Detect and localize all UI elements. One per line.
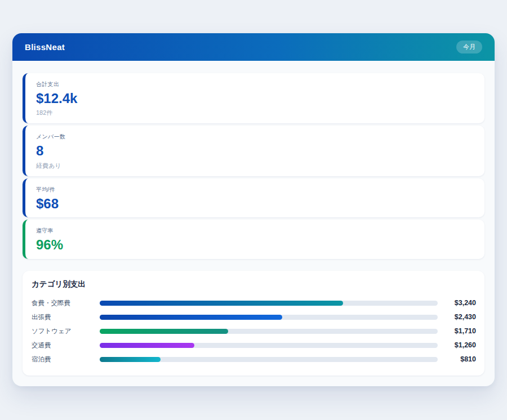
category-row: ソフトウェア $1,710 [32, 324, 476, 338]
category-value: $1,260 [443, 341, 476, 349]
category-row: 交通費 $1,260 [32, 338, 476, 352]
category-value: $3,240 [443, 299, 476, 307]
bar-track [100, 329, 438, 334]
app-title: BlissNeat [25, 42, 65, 52]
bar-track [100, 357, 438, 362]
category-value: $2,430 [443, 313, 476, 321]
stat-value: $12.4k [36, 91, 474, 106]
bar-track [100, 343, 438, 348]
category-label: 宿泊費 [32, 355, 100, 364]
bar-fill [100, 301, 343, 306]
category-value: $1,710 [443, 327, 476, 335]
stat-value: 96% [36, 238, 474, 252]
category-label: 出張費 [32, 313, 100, 321]
stat-label: 平均/件 [36, 186, 474, 194]
dashboard-container: BlissNeat 今月 合計支出 $12.4k 182件 メンバー数 8 経費… [12, 33, 495, 386]
period-badge[interactable]: 今月 [456, 41, 482, 53]
stat-card-member-count: メンバー数 8 経費あり [23, 126, 484, 176]
category-card-title: カテゴリ別支出 [32, 279, 476, 289]
stat-sub: 経費あり [36, 162, 474, 170]
stat-value: 8 [36, 144, 474, 158]
category-row: 宿泊費 $810 [32, 352, 476, 367]
app-header: BlissNeat 今月 [12, 33, 495, 61]
category-row: 出張費 $2,430 [32, 310, 476, 324]
category-value: $810 [443, 355, 476, 363]
stat-value: $68 [36, 196, 474, 211]
category-spend-card: カテゴリ別支出 食費・交際費 $3,240 出張費 $2,430 ソフトウェア [23, 271, 484, 376]
bar-fill [100, 343, 194, 348]
bar-track [100, 301, 438, 306]
stat-card-average-per-item: 平均/件 $68 [23, 178, 484, 217]
bar-fill [100, 329, 228, 334]
stat-label: メンバー数 [36, 133, 474, 141]
category-label: 食費・交際費 [32, 299, 100, 307]
category-label: ソフトウェア [32, 327, 100, 336]
dashboard-content: 合計支出 $12.4k 182件 メンバー数 8 経費あり 平均/件 $68 遵… [12, 61, 495, 376]
bar-track [100, 315, 438, 320]
stat-label: 合計支出 [36, 81, 474, 88]
category-label: 交通費 [32, 341, 100, 350]
stat-card-compliance-rate: 遵守率 96% [23, 220, 484, 258]
bar-fill [100, 315, 282, 320]
stat-label: 遵守率 [36, 227, 474, 235]
category-row: 食費・交際費 $3,240 [32, 296, 476, 310]
bar-fill [100, 357, 161, 362]
stat-card-total-spend: 合計支出 $12.4k 182件 [23, 73, 484, 123]
stat-sub: 182件 [36, 109, 474, 117]
